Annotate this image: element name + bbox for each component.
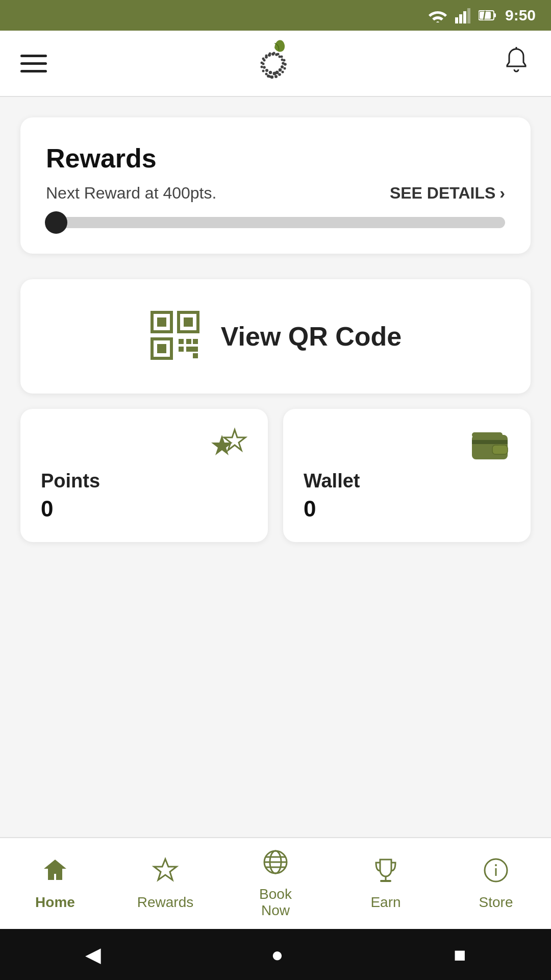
rewards-star-icon [152, 856, 179, 890]
svg-point-73 [495, 864, 497, 866]
svg-point-38 [261, 62, 263, 64]
svg-point-29 [284, 67, 286, 70]
svg-point-11 [263, 66, 266, 69]
svg-rect-59 [472, 440, 508, 444]
svg-rect-53 [186, 347, 198, 352]
signal-icon [455, 7, 470, 23]
wallet-icon [469, 427, 510, 470]
progress-indicator [45, 211, 67, 234]
rewards-subtitle: Next Reward at 400pts. [46, 184, 216, 203]
android-nav-bar: ◀ ● ■ [0, 929, 551, 980]
svg-point-23 [276, 71, 279, 75]
hamburger-menu[interactable] [20, 55, 47, 72]
nav-label-earn: Earn [370, 894, 400, 911]
svg-point-30 [284, 63, 287, 66]
svg-point-21 [281, 65, 284, 68]
progress-bar-track [46, 217, 505, 228]
svg-point-40 [262, 70, 265, 72]
points-star-icon [207, 427, 247, 470]
svg-rect-0 [455, 17, 458, 23]
svg-point-41 [265, 73, 268, 76]
svg-point-33 [277, 53, 280, 56]
points-card[interactable]: Points 0 [20, 409, 268, 542]
nav-item-store[interactable]: Store [455, 856, 537, 911]
status-icons: 9:50 [429, 7, 536, 24]
svg-point-27 [278, 73, 281, 76]
svg-rect-61 [472, 432, 503, 437]
svg-rect-62 [492, 445, 508, 454]
view-qr-code-button[interactable]: View QR Code [20, 279, 531, 394]
home-icon [41, 856, 69, 890]
svg-rect-3 [467, 8, 470, 23]
svg-rect-70 [380, 880, 391, 882]
android-back-button[interactable]: ◀ [85, 943, 101, 966]
see-details-button[interactable]: SEE DETAILS › [390, 184, 505, 203]
nav-label-store: Store [479, 894, 513, 911]
main-content: Rewards Next Reward at 400pts. SEE DETAI… [0, 97, 551, 837]
rewards-card: Rewards Next Reward at 400pts. SEE DETAI… [20, 117, 531, 254]
svg-rect-51 [186, 339, 191, 344]
wallet-value: 0 [304, 496, 510, 522]
svg-marker-63 [154, 859, 177, 880]
bottom-navigation: Home Rewards BookNow [0, 837, 551, 929]
wallet-card[interactable]: Wallet 0 [283, 409, 531, 542]
svg-rect-50 [179, 339, 184, 344]
nav-label-rewards: Rewards [137, 894, 193, 911]
status-time: 9:50 [505, 7, 536, 24]
battery-icon [479, 9, 497, 21]
svg-rect-45 [157, 317, 166, 327]
status-bar: 9:50 [0, 0, 551, 31]
nav-item-rewards[interactable]: Rewards [124, 856, 206, 911]
points-label: Points [41, 470, 247, 492]
android-recents-button[interactable]: ■ [454, 943, 466, 966]
svg-rect-54 [193, 339, 198, 344]
nav-label-book-now: BookNow [259, 886, 292, 919]
svg-rect-52 [179, 347, 184, 352]
wifi-icon [429, 8, 447, 22]
svg-point-42 [269, 76, 271, 78]
wallet-label: Wallet [304, 470, 510, 492]
qr-code-icon [149, 310, 201, 363]
svg-point-22 [279, 68, 282, 71]
svg-rect-49 [157, 344, 166, 353]
points-wallet-row: Points 0 Wallet 0 [20, 409, 531, 542]
svg-point-39 [261, 66, 263, 68]
svg-rect-2 [463, 11, 466, 23]
nav-item-earn[interactable]: Earn [345, 856, 427, 911]
svg-point-32 [281, 56, 283, 58]
svg-point-10 [265, 69, 268, 72]
rewards-title: Rewards [46, 143, 505, 174]
svg-rect-5 [494, 13, 496, 17]
nav-item-home[interactable]: Home [14, 856, 96, 911]
svg-point-35 [269, 53, 271, 55]
svg-point-31 [283, 59, 286, 62]
app-logo [244, 38, 305, 89]
app-header [0, 31, 551, 97]
svg-point-28 [282, 71, 284, 74]
globe-icon [262, 848, 289, 882]
nav-item-book-now[interactable]: BookNow [235, 848, 316, 919]
svg-rect-47 [184, 317, 193, 327]
store-info-icon [482, 856, 510, 890]
svg-rect-55 [193, 353, 198, 358]
svg-point-26 [274, 75, 278, 78]
svg-point-9 [269, 71, 272, 74]
rewards-info-row: Next Reward at 400pts. SEE DETAILS › [46, 184, 505, 203]
nav-label-home: Home [35, 894, 75, 911]
trophy-icon [372, 856, 399, 890]
logo-svg [244, 38, 305, 89]
android-home-button[interactable]: ● [271, 943, 283, 966]
svg-rect-1 [459, 14, 462, 23]
qr-code-label: View QR Code [221, 321, 402, 352]
svg-point-36 [265, 55, 268, 57]
points-value: 0 [41, 496, 247, 522]
svg-point-34 [273, 52, 276, 55]
svg-marker-56 [224, 430, 245, 450]
svg-point-37 [262, 58, 265, 60]
notification-bell[interactable] [502, 46, 531, 81]
